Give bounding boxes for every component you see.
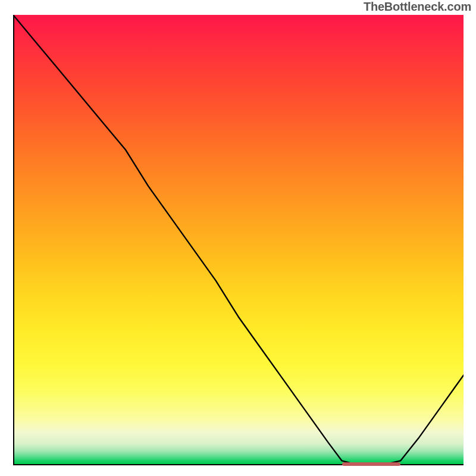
minimum-marker <box>342 462 400 466</box>
plot-area <box>13 15 464 465</box>
attribution-text: TheBottleneck.com <box>364 0 471 14</box>
chart-container: TheBottleneck.com <box>0 0 476 476</box>
